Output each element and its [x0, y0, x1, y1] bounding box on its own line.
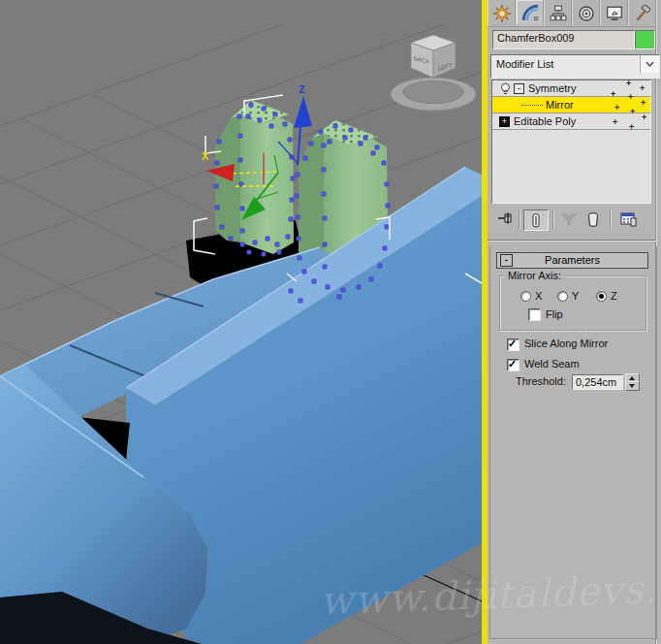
configure-modifier-sets-icon	[620, 212, 637, 227]
show-end-result-icon	[531, 213, 541, 228]
pin-stack-button[interactable]	[493, 209, 517, 229]
utilities-icon	[634, 5, 651, 22]
object-name-field[interactable]: ChamferBox009	[492, 30, 635, 49]
threshold-spinner	[625, 373, 638, 390]
stack-row-label: Editable Poly	[514, 113, 576, 129]
threshold-label: Threshold:	[516, 375, 566, 387]
mirror-axis-label: Mirror Axis:	[505, 270, 564, 281]
slice-along-mirror-checkbox[interactable]	[507, 338, 519, 351]
perspective-viewport[interactable]: BACK LEFT	[0, 0, 482, 644]
tab-motion[interactable]	[572, 0, 600, 26]
stack-row-label: Symmetry	[528, 80, 577, 96]
tree-branch-line	[521, 104, 543, 106]
tab-display[interactable]	[600, 0, 628, 26]
expand-icon[interactable]: +	[499, 116, 510, 127]
weld-seam-checkbox[interactable]	[507, 359, 519, 371]
panel-divider	[488, 240, 656, 242]
viewport-scene: BACK LEFT	[0, 0, 482, 644]
gizmo-z-label: Z	[299, 83, 305, 95]
tab-utilities[interactable]	[628, 0, 656, 26]
radio-x-label[interactable]: X	[535, 290, 542, 302]
gizmo-x-label: X	[202, 150, 209, 162]
modify-icon	[521, 4, 539, 21]
threshold-field[interactable]: 0,254cm	[572, 374, 623, 390]
create-icon	[493, 5, 511, 22]
command-panel: ChamferBox009 Modifier List - Symmetry	[488, 0, 661, 644]
remove-modifier-icon	[587, 212, 599, 227]
collapse-icon[interactable]: -	[514, 83, 524, 94]
chevron-down-icon[interactable]	[640, 55, 659, 73]
flip-checkbox[interactable]	[528, 308, 541, 321]
modifier-stack: - Symmetry Mirror + Editable Poly + + + …	[491, 80, 651, 204]
radio-y-label[interactable]: Y	[572, 290, 579, 302]
radio-x[interactable]	[520, 291, 531, 302]
mirror-axis-group: Mirror Axis: X Y Z Flip	[499, 275, 646, 331]
stack-toolbar	[488, 207, 656, 234]
modifier-list-dropdown[interactable]: Modifier List	[490, 54, 660, 79]
make-unique-button[interactable]	[557, 209, 581, 229]
remove-modifier-button[interactable]	[582, 209, 605, 229]
tab-create[interactable]	[488, 0, 516, 26]
bulb-icon[interactable]	[500, 82, 511, 95]
object-color-swatch[interactable]	[635, 30, 655, 49]
flip-label[interactable]: Flip	[546, 308, 563, 320]
collapse-rollout-button[interactable]: -	[500, 254, 513, 267]
spinner-down-button[interactable]	[625, 381, 640, 391]
stack-row-label: Mirror	[546, 97, 574, 113]
radio-z-label[interactable]: Z	[611, 290, 617, 302]
configure-modifier-sets-button[interactable]	[616, 209, 640, 229]
parameters-rollout: - Parameters Mirror Axis: X Y Z Flip Sli…	[489, 246, 657, 639]
motion-icon	[578, 5, 595, 22]
modifier-list-label: Modifier List	[496, 58, 553, 70]
show-end-result-button[interactable]	[523, 209, 549, 231]
tab-modify[interactable]	[516, 0, 544, 26]
rollout-header[interactable]: - Parameters	[496, 252, 648, 269]
rollout-title: Parameters	[545, 254, 600, 266]
radio-z[interactable]	[596, 291, 607, 302]
stack-row-editable-poly[interactable]: + Editable Poly	[492, 113, 650, 130]
display-icon	[606, 5, 623, 22]
slice-along-mirror-label[interactable]: Slice Along Mirror	[524, 338, 608, 349]
make-unique-icon	[561, 212, 577, 226]
command-panel-tabs	[488, 0, 656, 27]
pin-stack-icon	[497, 212, 514, 226]
weld-seam-label[interactable]: Weld Seam	[524, 358, 580, 370]
stack-row-mirror[interactable]: Mirror	[492, 97, 650, 113]
radio-y[interactable]	[557, 291, 568, 302]
hierarchy-icon	[550, 5, 567, 22]
3ds-max-window: BACK LEFT	[0, 0, 661, 644]
tab-hierarchy[interactable]	[544, 0, 572, 26]
